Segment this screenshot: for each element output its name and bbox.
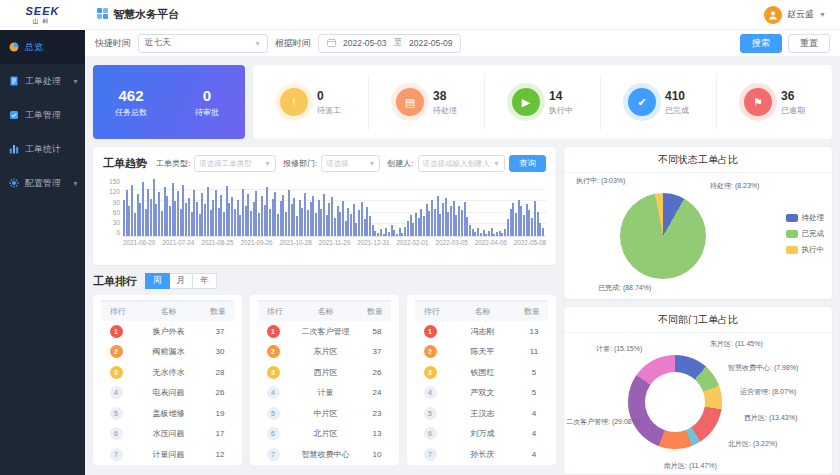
date-range-picker[interactable]: 2022-05-03 至 2022-05-09 xyxy=(318,34,461,53)
order-process-icon xyxy=(9,76,20,86)
ranking-tab-月[interactable]: 月 xyxy=(170,273,194,289)
user-menu[interactable]: 赵云盛 ▼ xyxy=(764,6,826,24)
pie-label: 运营管理: (8.07%) xyxy=(740,387,796,397)
trend-y-axis: 1501209060300 xyxy=(103,179,123,237)
ranking-table-3: 排行名称数量1冯志刚132陈天平113铁国红54严双文55王汉志46刘万成47孙… xyxy=(407,295,556,465)
department-select[interactable]: 请选择▼ xyxy=(321,155,380,172)
status-pie-legend: 待处理已完成执行中 xyxy=(786,207,825,261)
chevron-down-icon: ▼ xyxy=(819,11,826,18)
rank-qty: 23 xyxy=(363,409,391,418)
ranking-tab-年[interactable]: 年 xyxy=(193,273,217,289)
rank-qty: 24 xyxy=(363,388,391,397)
grid-icon xyxy=(97,8,108,21)
rank-name: 北片区 xyxy=(288,428,363,439)
pie-label: 北片区: (3.22%) xyxy=(728,439,777,449)
ranking-title: 工单排行 xyxy=(93,274,137,289)
rank-name: 盖板维修 xyxy=(131,408,206,419)
table-header: 排行名称数量 xyxy=(415,300,548,321)
query-button[interactable]: 查询 xyxy=(509,155,546,172)
search-button[interactable]: 搜索 xyxy=(740,34,782,53)
sidebar-item-order-process[interactable]: 工单处理▼ xyxy=(0,64,85,98)
creator-select[interactable]: 请选择或输入创建人▼ xyxy=(418,155,505,172)
rank-badge: 6 xyxy=(110,427,123,440)
sidebar-item-settings[interactable]: 配置管理▼ xyxy=(0,166,85,200)
sidebar-item-order-manage[interactable]: 工单管理 xyxy=(0,98,85,132)
chevron-down-icon: ▼ xyxy=(493,160,500,167)
send-icon: ▶ xyxy=(512,88,540,116)
task-total-card: 462 任务总数 0 待审批 xyxy=(93,65,245,139)
status-pie-title: 不同状态工单占比 xyxy=(564,147,832,173)
order-type-select[interactable]: 请选择工单类型▼ xyxy=(194,155,276,172)
medal-icon: 2 xyxy=(267,345,280,358)
settings-icon xyxy=(9,178,20,188)
stat-待处理: ▤38待处理 xyxy=(368,74,484,130)
rank-qty: 5 xyxy=(520,368,548,377)
quick-time-select[interactable]: 近七天 ▼ xyxy=(138,34,268,53)
time-range-label: 根据时间 xyxy=(275,37,311,50)
rank-badge: 7 xyxy=(110,448,123,461)
rank-name: 无水停水 xyxy=(131,367,206,378)
rank-name: 东片区 xyxy=(288,346,363,357)
stat-value: 36 xyxy=(781,89,805,103)
legend-item[interactable]: 已完成 xyxy=(786,229,825,239)
rank-badge: 6 xyxy=(424,427,437,440)
table-row: 3铁国红5 xyxy=(415,362,548,383)
rank-name: 铁国红 xyxy=(445,367,520,378)
topbar: 智慧水务平台 赵云盛 ▼ xyxy=(85,0,840,30)
rank-name: 智慧收费中心 xyxy=(288,449,363,460)
table-row: 1换户外表37 xyxy=(101,321,234,342)
stat-已逾期: ⚑36已逾期 xyxy=(716,74,832,130)
date-separator: 至 xyxy=(393,37,402,49)
medal-icon: 1 xyxy=(424,325,437,338)
stat-label: 已完成 xyxy=(665,105,689,116)
legend-item[interactable]: 执行中 xyxy=(786,245,825,255)
table-row: 7智慧收费中心10 xyxy=(258,444,391,465)
ranking-table-2: 排行名称数量1二次客户管理582东片区373西片区264计量245中片区236北… xyxy=(250,295,399,465)
rank-badge: 4 xyxy=(424,386,437,399)
smart-water-dashboard: SEEK 山科 总览工单处理▼工单管理工单统计配置管理▼ 智慧水务平台 赵云盛 … xyxy=(0,0,840,475)
ranking-table-1: 排行名称数量1换户外表372阀前漏水303无水停水284电表问题265盖板维修1… xyxy=(93,295,242,465)
date-end: 2022-05-09 xyxy=(409,38,452,48)
rank-qty: 4 xyxy=(520,450,548,459)
brand-logo-subtext: 山科 xyxy=(33,18,53,24)
rank-badge: 4 xyxy=(267,386,280,399)
ranking-tables: 排行名称数量1换户外表372阀前漏水303无水停水284电表问题265盖板维修1… xyxy=(93,295,556,465)
sidebar-item-label: 工单统计 xyxy=(25,143,79,156)
pending-approval-label: 待审批 xyxy=(169,107,245,118)
quick-time-value: 近七天 xyxy=(145,37,171,49)
rank-qty: 37 xyxy=(363,347,391,356)
rank-qty: 11 xyxy=(520,347,548,356)
chevron-down-icon: ▼ xyxy=(264,160,271,167)
table-row: 3无水停水28 xyxy=(101,362,234,383)
table-row: 6刘万成4 xyxy=(415,424,548,445)
chevron-down-icon: ▼ xyxy=(72,180,79,187)
rank-qty: 28 xyxy=(206,368,234,377)
stat-label: 执行中 xyxy=(549,105,573,116)
trend-filter-label: 报修部门: xyxy=(283,158,317,169)
rank-name: 计量 xyxy=(288,387,363,398)
username: 赵云盛 xyxy=(787,8,814,21)
legend-item[interactable]: 待处理 xyxy=(786,213,825,223)
table-row: 6水压问题17 xyxy=(101,424,234,445)
rank-badge: 7 xyxy=(267,448,280,461)
avatar xyxy=(764,6,782,24)
stat-执行中: ▶14执行中 xyxy=(484,74,600,130)
status-pie-panel: 不同状态工单占比 待处理已完成执行中 执行中: (3.03%)待处理: (8.2… xyxy=(564,147,832,299)
medal-icon: 1 xyxy=(110,325,123,338)
rank-qty: 19 xyxy=(206,409,234,418)
table-row: 2东片区37 xyxy=(258,342,391,363)
file-icon: ▤ xyxy=(396,88,424,116)
table-header: 排行名称数量 xyxy=(101,300,234,321)
stat-label: 待派工 xyxy=(317,105,341,116)
sidebar-item-order-stats[interactable]: 工单统计 xyxy=(0,132,85,166)
rank-name: 严双文 xyxy=(445,387,520,398)
reset-button[interactable]: 重置 xyxy=(788,34,830,53)
trend-x-axis: 2021-06-202021-07-242021-08-252021-09-26… xyxy=(123,237,546,246)
ranking-tab-周[interactable]: 周 xyxy=(145,273,170,289)
stat-已完成: ✔410已完成 xyxy=(600,74,716,130)
table-row: 5王汉志4 xyxy=(415,403,548,424)
pie-label: 计量: (15.15%) xyxy=(596,344,642,354)
stat-value: 38 xyxy=(433,89,457,103)
chevron-down-icon: ▼ xyxy=(72,78,79,85)
sidebar-item-overview[interactable]: 总览 xyxy=(0,30,85,64)
